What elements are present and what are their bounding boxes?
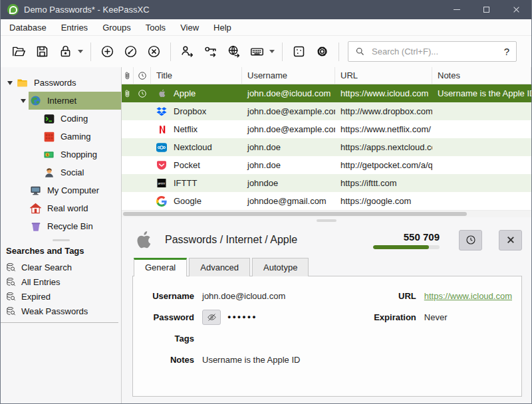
entry-row-nextcloud[interactable]: Nextcloud john.doe https://apps.nextclou… bbox=[122, 138, 531, 156]
netflix-favicon bbox=[156, 124, 167, 135]
entry-row-netflix[interactable]: Netflix john.doe@example.com https://www… bbox=[122, 120, 531, 138]
toolbar-separator bbox=[170, 43, 171, 61]
expiration-value: Never bbox=[424, 312, 448, 322]
sidebar-item-real-world[interactable]: Real world bbox=[1, 199, 121, 217]
sidebar-item-coding[interactable]: Coding bbox=[1, 110, 121, 128]
autotype-dropdown-arrow[interactable] bbox=[269, 50, 275, 53]
expiration-label: Expiration bbox=[343, 312, 416, 322]
column-title[interactable]: Title bbox=[151, 67, 242, 84]
svg-text:IFTTT: IFTTT bbox=[158, 183, 166, 185]
entry-row-pocket[interactable]: Pocket john.doe http://getpocket.com/a/q… bbox=[122, 156, 531, 174]
entry-row-apple[interactable]: Apple john.doe@icloud.com https://www.ic… bbox=[122, 84, 531, 102]
menu-tools[interactable]: Tools bbox=[138, 19, 173, 35]
apple-favicon bbox=[156, 88, 167, 99]
window-title: Demo Passwords* - KeePassXC bbox=[24, 5, 150, 15]
toolbar: ? bbox=[1, 36, 531, 67]
keepassxc-app-icon bbox=[7, 4, 19, 15]
entry-breadcrumb: Passwords / Internet / Apple bbox=[165, 234, 297, 246]
search-help-label[interactable]: ? bbox=[504, 46, 509, 57]
trash-icon bbox=[30, 221, 41, 232]
scrollbar-thumb[interactable] bbox=[123, 212, 467, 216]
shopping-icon: $ bbox=[43, 149, 55, 160]
menu-view[interactable]: View bbox=[173, 19, 206, 35]
general-tab-content: Username john.doe@icloud.com Password ●●… bbox=[132, 276, 522, 397]
password-masked-value: ●●●●●● bbox=[227, 314, 257, 320]
entry-row-google[interactable]: Google johndoe@gmail.com https://google.… bbox=[122, 192, 531, 210]
panel-splitter[interactable] bbox=[122, 217, 531, 224]
edit-entry-button[interactable] bbox=[119, 41, 142, 63]
search-item-expired[interactable]: Expired bbox=[1, 289, 118, 304]
url-label: URL bbox=[343, 291, 416, 301]
clock-icon bbox=[466, 235, 476, 245]
column-totp[interactable] bbox=[134, 67, 151, 84]
searches-and-tags: Searches and Tags Clear Search All Entri… bbox=[1, 245, 118, 323]
open-url-button[interactable] bbox=[222, 41, 245, 63]
edit-entry-icon bbox=[124, 45, 138, 58]
search-item-weak-passwords[interactable]: Weak Passwords bbox=[1, 304, 118, 318]
add-entry-button[interactable] bbox=[96, 41, 119, 63]
copy-password-button[interactable] bbox=[199, 41, 222, 63]
entry-row-ifttt[interactable]: IFTTT IFTTT johndoe https://ifttt.com bbox=[122, 174, 531, 192]
copy-username-button[interactable] bbox=[176, 41, 199, 63]
delete-entry-button[interactable] bbox=[142, 41, 166, 63]
search-box[interactable]: ? bbox=[348, 41, 517, 62]
entry-row-dropbox[interactable]: Dropbox john.doe@example.com http://www.… bbox=[122, 102, 531, 120]
globe-icon bbox=[30, 95, 41, 106]
title-bar: Demo Passwords* - KeePassXC bbox=[1, 0, 531, 19]
keepassxc-window: Demo Passwords* - KeePassXC Database Ent… bbox=[0, 0, 532, 404]
save-database-button[interactable] bbox=[31, 41, 54, 63]
autotype-button[interactable] bbox=[245, 41, 269, 63]
column-notes[interactable]: Notes bbox=[432, 67, 531, 84]
totp-code: 550 709 bbox=[404, 231, 440, 243]
notes-label: Notes bbox=[142, 355, 194, 365]
settings-button[interactable] bbox=[311, 41, 334, 63]
expander-icon[interactable] bbox=[5, 81, 15, 85]
url-link[interactable]: https://www.icloud.com bbox=[424, 291, 512, 301]
search-input[interactable] bbox=[370, 46, 499, 57]
column-attachment[interactable] bbox=[122, 67, 134, 84]
keyboard-icon bbox=[250, 45, 264, 58]
horizontal-scrollbar[interactable] bbox=[122, 210, 531, 217]
close-button[interactable] bbox=[501, 0, 531, 19]
menu-database[interactable]: Database bbox=[2, 19, 54, 35]
close-preview-button[interactable] bbox=[499, 230, 522, 251]
sidebar-item-gaming[interactable]: Gaming bbox=[1, 128, 121, 146]
menu-entries[interactable]: Entries bbox=[54, 19, 95, 35]
sidebar-item-recycle-bin[interactable]: Recycle Bin bbox=[1, 217, 121, 235]
maximize-button[interactable] bbox=[471, 0, 501, 19]
table-header: Title Username URL Notes bbox=[122, 67, 531, 84]
minimize-button[interactable] bbox=[442, 0, 471, 19]
tab-general[interactable]: General bbox=[134, 258, 187, 276]
open-database-button[interactable] bbox=[7, 41, 31, 63]
username-arrow-icon bbox=[180, 45, 194, 58]
totp-button[interactable] bbox=[459, 230, 482, 251]
toolbar-separator bbox=[282, 43, 283, 61]
expander-icon[interactable] bbox=[18, 99, 29, 103]
toolbar-separator bbox=[90, 43, 91, 61]
sidebar-item-social[interactable]: Social bbox=[1, 163, 121, 181]
search-db-icon bbox=[6, 292, 16, 302]
lock-database-button[interactable] bbox=[54, 41, 77, 63]
key-arrow-icon bbox=[203, 45, 217, 58]
sidebar-splitter[interactable] bbox=[1, 235, 121, 245]
lock-dropdown-arrow[interactable] bbox=[78, 50, 83, 53]
tab-autotype[interactable]: Autotype bbox=[252, 258, 309, 276]
menu-groups[interactable]: Groups bbox=[95, 19, 138, 35]
column-username[interactable]: Username bbox=[242, 67, 335, 84]
sidebar-item-passwords[interactable]: Passwords bbox=[1, 74, 121, 92]
sidebar-item-shopping[interactable]: $ Shopping bbox=[1, 146, 121, 163]
toggle-password-button[interactable] bbox=[202, 310, 221, 325]
notes-value: Username is the Apple ID bbox=[202, 355, 300, 365]
column-url[interactable]: URL bbox=[335, 67, 432, 84]
open-folder-icon bbox=[12, 45, 26, 58]
clock-icon bbox=[138, 89, 147, 98]
tab-advanced[interactable]: Advanced bbox=[189, 258, 250, 276]
close-icon bbox=[507, 236, 515, 244]
sidebar-item-internet[interactable]: Internet bbox=[1, 92, 121, 110]
search-item-all-entries[interactable]: All Entries bbox=[1, 274, 118, 289]
password-generator-button[interactable] bbox=[287, 41, 311, 63]
menu-help[interactable]: Help bbox=[206, 19, 239, 35]
sidebar-item-my-computer[interactable]: My Computer bbox=[1, 181, 121, 199]
search-item-clear-search[interactable]: Clear Search bbox=[1, 260, 118, 274]
searches-header: Searches and Tags bbox=[1, 245, 118, 260]
